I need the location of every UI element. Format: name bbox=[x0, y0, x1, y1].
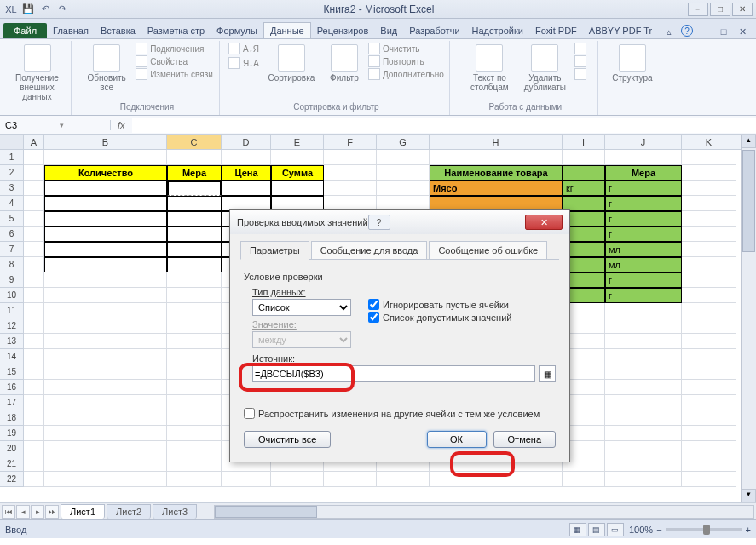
horizontal-scrollbar[interactable] bbox=[214, 505, 754, 519]
cell[interactable] bbox=[430, 150, 563, 165]
data-type-select[interactable]: Список bbox=[252, 299, 351, 316]
help-icon[interactable]: ? bbox=[681, 25, 693, 37]
cell[interactable] bbox=[682, 441, 736, 456]
view-pagebreak-icon[interactable]: ▭ bbox=[607, 523, 624, 536]
row-header[interactable]: 19 bbox=[0, 426, 24, 441]
cell[interactable] bbox=[24, 410, 44, 426]
minimize-button[interactable]: ﹣ bbox=[688, 3, 708, 16]
cell[interactable] bbox=[605, 456, 682, 472]
select-all-corner[interactable] bbox=[0, 135, 24, 149]
redo-icon[interactable]: ↷ bbox=[55, 2, 70, 17]
sort-button[interactable]: Сортировка bbox=[263, 43, 320, 84]
dialog-tab-settings[interactable]: Параметры bbox=[240, 241, 309, 260]
scroll-down-icon[interactable]: ▾ bbox=[742, 489, 756, 502]
cell[interactable] bbox=[682, 303, 736, 318]
cell[interactable] bbox=[605, 472, 682, 487]
row-header[interactable]: 9 bbox=[0, 272, 24, 288]
cell[interactable] bbox=[682, 227, 736, 242]
cell[interactable] bbox=[24, 395, 44, 410]
cell[interactable]: Количество bbox=[44, 165, 167, 181]
tab-formulas[interactable]: Формулы bbox=[211, 23, 263, 38]
sheet-tab-1[interactable]: Лист1 bbox=[61, 504, 105, 519]
ignore-blank-checkbox[interactable]: Игнорировать пустые ячейки bbox=[368, 299, 511, 310]
consolidate-icon[interactable] bbox=[574, 55, 586, 67]
data-validation-icon[interactable] bbox=[574, 43, 586, 54]
cell[interactable] bbox=[24, 196, 44, 211]
row-header[interactable]: 8 bbox=[0, 257, 24, 272]
cell[interactable] bbox=[682, 349, 736, 364]
tab-layout[interactable]: Разметка стр bbox=[141, 23, 211, 38]
cell[interactable] bbox=[44, 227, 167, 242]
row-header[interactable]: 22 bbox=[0, 472, 24, 487]
text-to-columns-button[interactable]: Текст по столбцам bbox=[464, 43, 515, 94]
cell[interactable]: Наименование товара bbox=[430, 165, 563, 181]
view-layout-icon[interactable]: ▤ bbox=[588, 523, 605, 536]
tab-abbyy[interactable]: ABBYY PDF Tr bbox=[583, 23, 658, 38]
cell[interactable] bbox=[605, 334, 682, 349]
row-header[interactable]: 16 bbox=[0, 380, 24, 395]
cell[interactable] bbox=[44, 257, 167, 272]
row-header[interactable]: 12 bbox=[0, 318, 24, 334]
tab-foxit[interactable]: Foxit PDF bbox=[529, 23, 583, 38]
cell[interactable] bbox=[682, 472, 736, 487]
cell[interactable] bbox=[24, 165, 44, 181]
row-header[interactable]: 7 bbox=[0, 242, 24, 257]
dialog-tab-input-msg[interactable]: Сообщение для ввода bbox=[311, 241, 428, 260]
cell[interactable] bbox=[167, 318, 222, 334]
cell[interactable] bbox=[167, 272, 222, 288]
cell[interactable] bbox=[44, 472, 167, 487]
row-header[interactable]: 2 bbox=[0, 165, 24, 181]
sort-za-button[interactable]: Я↓А bbox=[228, 57, 259, 69]
row-header[interactable]: 4 bbox=[0, 196, 24, 211]
advanced-filter-button[interactable]: Дополнительно bbox=[368, 68, 444, 80]
row-header[interactable]: 13 bbox=[0, 334, 24, 349]
row-header[interactable]: 6 bbox=[0, 227, 24, 242]
minimize-ribbon-icon[interactable]: ▵ bbox=[662, 25, 676, 38]
refresh-all-button[interactable]: Обновить все bbox=[81, 43, 132, 94]
cell[interactable] bbox=[605, 410, 682, 426]
cell[interactable]: кг bbox=[563, 181, 605, 196]
cell[interactable] bbox=[24, 242, 44, 257]
cell[interactable]: г bbox=[605, 288, 682, 303]
cell[interactable] bbox=[167, 334, 222, 349]
clear-all-button[interactable]: Очистить все bbox=[244, 431, 331, 448]
vertical-scrollbar[interactable]: ▴ ▾ bbox=[741, 135, 756, 502]
cell[interactable] bbox=[605, 318, 682, 334]
cell[interactable] bbox=[605, 349, 682, 364]
cell[interactable] bbox=[24, 456, 44, 472]
cell[interactable]: г bbox=[605, 181, 682, 196]
file-tab[interactable]: Файл bbox=[3, 23, 47, 38]
window-restore-inner[interactable]: □ bbox=[717, 25, 730, 38]
cell[interactable] bbox=[682, 288, 736, 303]
dialog-help-icon[interactable]: ? bbox=[368, 215, 390, 230]
cell[interactable] bbox=[167, 242, 222, 257]
cell[interactable] bbox=[167, 349, 222, 364]
cell[interactable] bbox=[24, 380, 44, 395]
sheet-tab-2[interactable]: Лист2 bbox=[107, 504, 151, 519]
col-E[interactable]: E bbox=[271, 135, 324, 149]
cell[interactable] bbox=[324, 165, 377, 181]
cell[interactable] bbox=[44, 395, 167, 410]
cell[interactable]: г bbox=[605, 211, 682, 227]
cell[interactable] bbox=[44, 303, 167, 318]
cell[interactable] bbox=[605, 364, 682, 380]
save-icon[interactable]: 💾 bbox=[20, 2, 36, 17]
cell[interactable] bbox=[24, 303, 44, 318]
cell[interactable] bbox=[682, 380, 736, 395]
filter-button[interactable]: Фильтр bbox=[324, 43, 365, 84]
cell[interactable] bbox=[44, 272, 167, 288]
cell[interactable] bbox=[222, 181, 271, 196]
cell[interactable] bbox=[682, 410, 736, 426]
cell[interactable]: г bbox=[605, 227, 682, 242]
cell[interactable] bbox=[271, 472, 324, 487]
cell[interactable] bbox=[167, 395, 222, 410]
reapply-button[interactable]: Повторить bbox=[368, 55, 444, 67]
cell[interactable] bbox=[44, 318, 167, 334]
cell[interactable] bbox=[377, 181, 430, 196]
tab-home[interactable]: Главная bbox=[47, 23, 95, 38]
cell[interactable] bbox=[563, 165, 605, 181]
cell[interactable] bbox=[605, 303, 682, 318]
cell[interactable] bbox=[24, 150, 44, 165]
cell[interactable] bbox=[24, 181, 44, 196]
cell[interactable] bbox=[682, 272, 736, 288]
